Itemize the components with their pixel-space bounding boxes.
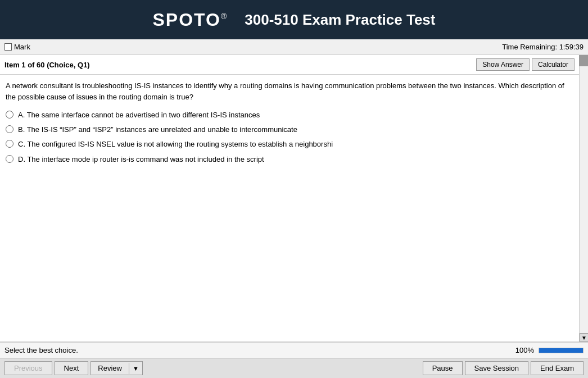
next-button[interactable]: Next (55, 361, 89, 375)
choice-radio-c[interactable] (6, 140, 13, 148)
time-value: 1:59:39 (559, 43, 584, 51)
choice-radio-a[interactable] (6, 111, 13, 119)
question-area: Item 1 of 60 (Choice, Q1) Show Answer Ca… (0, 55, 588, 342)
logo-sup: ® (221, 12, 228, 21)
time-remaining: Time Remaining: 1:59:39 (502, 43, 584, 51)
status-bar: Select the best choice. 100% (0, 342, 588, 358)
mark-bar: Mark Time Remaining: 1:59:39 (0, 39, 588, 55)
choice-item[interactable]: A. The same interface cannot be advertis… (6, 108, 573, 122)
choice-text-b: B. The IS-IS “ISP” and “ISP2” instances … (18, 125, 297, 135)
choice-radio-b[interactable] (6, 125, 13, 133)
progress-area: 100% (515, 346, 584, 354)
previous-button[interactable]: Previous (4, 361, 52, 375)
progress-bar-fill (539, 348, 583, 353)
save-session-button[interactable]: Save Session (465, 361, 529, 375)
progress-bar-background (539, 348, 584, 353)
scrollbar-down-arrow[interactable]: ▼ (580, 333, 588, 342)
choices-container: A. The same interface cannot be advertis… (0, 106, 579, 172)
choice-item[interactable]: B. The IS-IS “ISP” and “ISP2” instances … (6, 122, 573, 137)
choice-text-a: A. The same interface cannot be advertis… (18, 110, 260, 120)
time-label: Time Remaining: (502, 43, 557, 51)
scrollbar[interactable]: ▲ ▼ (579, 55, 588, 342)
logo-text: SPOTO (153, 10, 221, 30)
exam-title: 300-510 Exam Practice Test (245, 11, 435, 29)
choice-text-d: D. The interface mode ip router is-is co… (18, 154, 264, 165)
scrollbar-thumb[interactable] (579, 55, 588, 66)
choice-radio-d[interactable] (6, 155, 13, 163)
question-title: Item 1 of 60 (Choice, Q1) (4, 61, 90, 69)
header: SPOTO® 300-510 Exam Practice Test (0, 0, 588, 39)
question-text: A network consultant is troubleshooting … (0, 75, 579, 106)
mark-text: Mark (14, 43, 30, 51)
progress-percent: 100% (515, 346, 534, 354)
choice-item[interactable]: D. The interface mode ip router is-is co… (6, 152, 573, 167)
pause-button[interactable]: Pause (423, 361, 463, 375)
content-wrapper: Item 1 of 60 (Choice, Q1) Show Answer Ca… (0, 55, 588, 342)
review-button-container: Review ▼ (91, 361, 143, 375)
mark-label-container: Mark (4, 43, 30, 51)
question-header: Item 1 of 60 (Choice, Q1) Show Answer Ca… (0, 55, 579, 75)
nav-right: Pause Save Session End Exam (423, 361, 584, 375)
nav-left: Previous Next Review ▼ (4, 361, 143, 375)
end-exam-button[interactable]: End Exam (531, 361, 584, 375)
logo: SPOTO® (153, 10, 228, 30)
bottom-nav: Previous Next Review ▼ Pause Save Sessio… (0, 358, 588, 378)
choice-text-c: C. The configured IS-IS NSEL value is no… (18, 139, 333, 149)
calculator-button[interactable]: Calculator (532, 58, 575, 71)
show-answer-button[interactable]: Show Answer (476, 58, 530, 71)
review-button[interactable]: Review (91, 362, 129, 375)
status-text: Select the best choice. (4, 346, 78, 354)
choice-item[interactable]: C. The configured IS-IS NSEL value is no… (6, 137, 573, 152)
review-dropdown-button[interactable]: ▼ (129, 363, 142, 374)
question-buttons: Show Answer Calculator (476, 58, 575, 71)
mark-checkbox[interactable] (4, 43, 12, 51)
